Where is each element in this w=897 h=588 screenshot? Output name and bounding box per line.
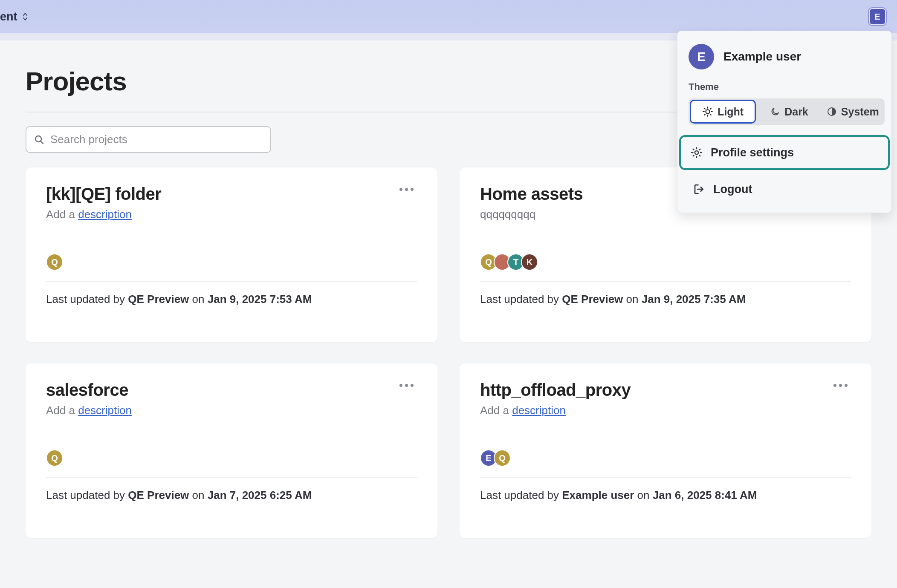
project-members: Q: [46, 450, 417, 467]
theme-option-dark[interactable]: Dark: [757, 98, 821, 125]
theme-system-label: System: [841, 106, 879, 118]
user-menu-username: Example user: [723, 50, 801, 63]
user-menu-avatar: E: [689, 44, 714, 69]
last-updated-text: Last updated by QE Preview on Jan 9, 202…: [480, 293, 851, 306]
svg-line-1: [41, 141, 43, 144]
svg-line-8: [710, 114, 711, 115]
project-description: Add a description: [46, 208, 417, 221]
logout-item[interactable]: Logout: [682, 173, 887, 206]
profile-settings-item[interactable]: Profile settings: [679, 135, 890, 170]
project-card[interactable]: [kk][QE] folderAdd a descriptionQLast up…: [26, 167, 437, 342]
last-updated-text: Last updated by Example user on Jan 6, 2…: [480, 489, 851, 502]
project-description: Add a description: [480, 404, 851, 417]
theme-light-label: Light: [718, 106, 744, 118]
member-avatar[interactable]: Q: [46, 450, 63, 467]
project-title: Home assets: [480, 184, 583, 204]
add-description-link[interactable]: description: [512, 404, 566, 417]
theme-label: Theme: [689, 81, 885, 92]
logout-label: Logout: [713, 183, 752, 196]
context-switcher[interactable]: ent: [0, 10, 29, 23]
projects-grid: [kk][QE] folderAdd a descriptionQLast up…: [26, 167, 871, 538]
project-title: salesforce: [46, 380, 128, 400]
add-description-link[interactable]: description: [78, 208, 132, 221]
user-menu-header: E Example user: [677, 31, 891, 81]
topbar: ent E: [0, 0, 897, 33]
chevron-updown-icon: [22, 12, 29, 21]
project-title: [kk][QE] folder: [46, 184, 161, 204]
project-members: Q: [46, 254, 417, 271]
project-title: http_offload_proxy: [480, 380, 631, 400]
theme-section: Theme Light: [677, 81, 891, 133]
divider: [480, 477, 851, 478]
search-icon: [34, 135, 44, 145]
user-avatar-button[interactable]: E: [869, 8, 886, 25]
project-description: Add a description: [46, 404, 417, 417]
more-menu-button[interactable]: [396, 380, 417, 390]
project-members: EQ: [480, 450, 851, 467]
theme-segmented: Light Dark System: [689, 98, 885, 125]
moon-icon: [770, 107, 780, 117]
theme-option-system[interactable]: System: [821, 98, 885, 125]
project-card[interactable]: http_offload_proxyAdd a descriptionEQLas…: [460, 363, 871, 538]
context-label: ent: [0, 10, 17, 23]
divider: [46, 477, 417, 478]
add-description-link[interactable]: description: [78, 404, 132, 417]
svg-point-2: [706, 110, 710, 113]
avatar-letter: E: [874, 12, 880, 22]
more-menu-button[interactable]: [830, 380, 851, 390]
project-members: QTK: [480, 254, 851, 271]
search-input[interactable]: [50, 133, 263, 146]
theme-option-light[interactable]: Light: [690, 100, 756, 124]
member-avatar[interactable]: Q: [494, 450, 511, 467]
last-updated-text: Last updated by QE Preview on Jan 7, 202…: [46, 489, 417, 502]
sun-icon: [702, 106, 713, 117]
gear-icon: [690, 146, 703, 159]
svg-line-9: [704, 114, 705, 115]
member-avatar[interactable]: Q: [46, 254, 63, 271]
last-updated-text: Last updated by QE Preview on Jan 9, 202…: [46, 293, 417, 306]
search-field[interactable]: [26, 126, 271, 153]
profile-settings-label: Profile settings: [711, 146, 794, 159]
project-card[interactable]: salesforceAdd a descriptionQLast updated…: [26, 363, 437, 538]
contrast-icon: [827, 107, 837, 117]
more-menu-button[interactable]: [396, 184, 417, 194]
divider: [480, 281, 851, 282]
divider: [46, 281, 417, 282]
svg-line-10: [710, 108, 711, 109]
member-avatar[interactable]: K: [521, 254, 538, 271]
svg-point-12: [695, 151, 698, 154]
theme-dark-label: Dark: [784, 106, 808, 118]
svg-line-7: [704, 108, 705, 109]
user-menu: E Example user Theme L: [677, 31, 892, 213]
logout-icon: [693, 183, 706, 196]
